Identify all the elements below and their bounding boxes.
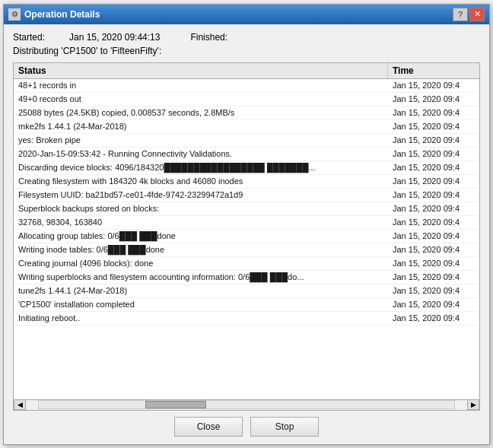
scroll-right-button[interactable]: ▶ <box>467 399 479 410</box>
table-header: Status Time <box>14 63 479 79</box>
time-cell: Jan 15, 2020 09:4 <box>388 230 479 243</box>
stop-button[interactable]: Stop <box>250 417 319 437</box>
distributing-text: Distributing 'CP1500' to 'FifteenFifty': <box>13 46 480 56</box>
status-column-header: Status <box>14 63 388 78</box>
status-cell: yes: Broken pipe <box>14 134 388 147</box>
help-button[interactable]: ? <box>453 8 468 21</box>
time-cell: Jan 15, 2020 09:4 <box>388 257 479 270</box>
time-cell: Jan 15, 2020 09:4 <box>388 148 479 160</box>
title-bar-left: ⚙ Operation Details <box>8 8 100 21</box>
started-value: Jan 15, 2020 09:44:13 <box>69 32 160 43</box>
table-row: yes: Broken pipeJan 15, 2020 09:4 <box>14 134 479 148</box>
table-row: 49+0 records outJan 15, 2020 09:4 <box>14 93 479 106</box>
status-cell: Creating filesystem with 184320 4k block… <box>14 175 388 188</box>
time-column-header: Time <box>388 63 479 78</box>
table-row: Writing superblocks and filesystem accou… <box>14 271 479 284</box>
time-cell: Jan 15, 2020 09:4 <box>388 161 479 174</box>
table-row: Superblock backups stored on blocks:Jan … <box>14 202 479 216</box>
status-cell: Filesystem UUID: ba21bd57-ce01-4fde-9742… <box>14 189 388 202</box>
table-row: 'CP1500' installation completedJan 15, 2… <box>14 298 479 312</box>
status-cell: 49+0 records out <box>14 93 388 106</box>
time-cell: Jan 15, 2020 09:4 <box>388 175 479 188</box>
scroll-left-button[interactable]: ◀ <box>14 399 26 410</box>
status-cell: Allocating group tables: 0/6███ ███done <box>14 230 388 243</box>
time-cell: Jan 15, 2020 09:4 <box>388 134 479 147</box>
status-cell: Discarding device blocks: 4096/184320███… <box>14 161 388 174</box>
table-row: mke2fs 1.44.1 (24-Mar-2018)Jan 15, 2020 … <box>14 120 479 134</box>
status-cell: 48+1 records in <box>14 79 388 92</box>
operation-details-window: ⚙ Operation Details ? ✕ Started: Jan 15,… <box>3 4 490 445</box>
status-cell: tune2fs 1.44.1 (24-Mar-2018) <box>14 284 388 297</box>
status-cell: Creating journal (4096 blocks): done <box>14 257 388 270</box>
time-cell: Jan 15, 2020 09:4 <box>388 79 479 92</box>
time-cell: Jan 15, 2020 09:4 <box>388 106 479 119</box>
time-cell: Jan 15, 2020 09:4 <box>388 189 479 202</box>
button-row: Close Stop <box>13 411 480 440</box>
table-row: Creating journal (4096 blocks): doneJan … <box>14 257 479 271</box>
title-bar: ⚙ Operation Details ? ✕ <box>4 5 489 24</box>
log-table: Status Time 48+1 records inJan 15, 2020 … <box>13 62 480 411</box>
time-cell: Jan 15, 2020 09:4 <box>388 298 479 311</box>
table-body[interactable]: 48+1 records inJan 15, 2020 09:449+0 rec… <box>14 79 479 399</box>
info-row: Started: Jan 15, 2020 09:44:13 Finished: <box>13 32 480 43</box>
table-row: 32768, 98304, 163840Jan 15, 2020 09:4 <box>14 216 479 230</box>
status-cell: Writing superblocks and filesystem accou… <box>14 271 388 284</box>
table-row: tune2fs 1.44.1 (24-Mar-2018)Jan 15, 2020… <box>14 284 479 298</box>
status-cell: Initiating reboot.. <box>14 312 388 325</box>
time-cell: Jan 15, 2020 09:4 <box>388 284 479 297</box>
window-title: Operation Details <box>24 9 100 20</box>
started-label: Started: <box>13 32 66 43</box>
horizontal-scrollbar-area: ◀ ▶ <box>14 399 479 410</box>
table-row: Filesystem UUID: ba21bd57-ce01-4fde-9742… <box>14 189 479 202</box>
status-cell: Superblock backups stored on blocks: <box>14 202 388 215</box>
time-cell: Jan 15, 2020 09:4 <box>388 120 479 133</box>
time-cell: Jan 15, 2020 09:4 <box>388 202 479 215</box>
table-row: Writing inode tables: 0/6███ ███doneJan … <box>14 243 479 257</box>
table-row: Creating filesystem with 184320 4k block… <box>14 175 479 189</box>
table-row: 48+1 records inJan 15, 2020 09:4 <box>14 79 479 93</box>
status-cell: 25088 bytes (24.5KB) copied, 0.008537 se… <box>14 106 388 119</box>
table-row: 25088 bytes (24.5KB) copied, 0.008537 se… <box>14 106 479 120</box>
time-cell: Jan 15, 2020 09:4 <box>388 243 479 256</box>
h-scroll-thumb[interactable] <box>145 401 206 408</box>
title-bar-buttons: ? ✕ <box>453 8 485 21</box>
close-button[interactable]: Close <box>174 417 243 437</box>
window-icon: ⚙ <box>8 8 21 21</box>
time-cell: Jan 15, 2020 09:4 <box>388 93 479 106</box>
status-cell: 32768, 98304, 163840 <box>14 216 388 229</box>
time-cell: Jan 15, 2020 09:4 <box>388 312 479 325</box>
status-cell: 2020-Jan-15-09:53:42 - Running Connectiv… <box>14 148 388 160</box>
table-row: Discarding device blocks: 4096/184320███… <box>14 161 479 175</box>
time-cell: Jan 15, 2020 09:4 <box>388 216 479 229</box>
close-window-button[interactable]: ✕ <box>469 8 485 21</box>
table-row: 2020-Jan-15-09:53:42 - Running Connectiv… <box>14 148 479 161</box>
table-row: Allocating group tables: 0/6███ ███doneJ… <box>14 230 479 243</box>
status-cell: 'CP1500' installation completed <box>14 298 388 311</box>
table-row: Initiating reboot..Jan 15, 2020 09:4 <box>14 312 479 326</box>
finished-label: Finished: <box>190 32 227 43</box>
time-cell: Jan 15, 2020 09:4 <box>388 271 479 284</box>
horizontal-scrollbar[interactable] <box>38 400 455 409</box>
status-cell: mke2fs 1.44.1 (24-Mar-2018) <box>14 120 388 133</box>
status-cell: Writing inode tables: 0/6███ ███done <box>14 243 388 256</box>
window-content: Started: Jan 15, 2020 09:44:13 Finished:… <box>4 24 489 444</box>
